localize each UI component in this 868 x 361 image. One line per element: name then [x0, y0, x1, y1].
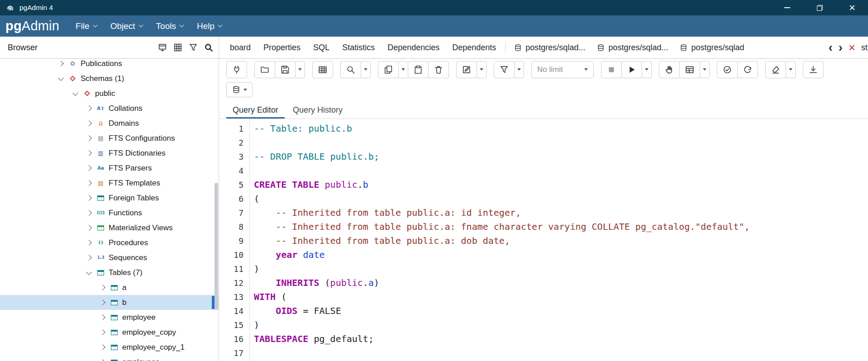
chevron-right-icon[interactable]: [86, 150, 92, 156]
sql-editor[interactable]: 1234567891011121314151617 -- Table: publ…: [219, 119, 868, 361]
tree-item-functions[interactable]: {()}Functions: [0, 205, 219, 220]
chevron-down-icon[interactable]: [58, 75, 64, 81]
close-button[interactable]: ×: [847, 3, 857, 13]
rollback-button[interactable]: [737, 61, 758, 78]
tree-scrollbar[interactable]: [215, 183, 218, 310]
view-data-dropdown-button[interactable]: [700, 61, 710, 78]
find-dropdown-button[interactable]: [361, 61, 371, 78]
filter-dropdown-button[interactable]: [514, 61, 524, 78]
tree-item-procedures[interactable]: {}Procedures: [0, 235, 219, 250]
server-button[interactable]: [158, 43, 167, 52]
tab-board[interactable]: board: [224, 43, 257, 52]
clear-button[interactable]: [765, 61, 786, 78]
chevron-right-icon[interactable]: [100, 285, 105, 290]
chevron-down-icon[interactable]: [72, 90, 78, 96]
stop-button[interactable]: [601, 61, 622, 78]
tree-item-employee-copy[interactable]: employee_copy: [0, 325, 219, 340]
connection-selector-button[interactable]: [226, 82, 253, 97]
menu-help[interactable]: Help: [197, 21, 222, 31]
tree-item-b[interactable]: b: [0, 295, 219, 310]
tree-item-fts-templates[interactable]: ▧FTS Templates: [0, 176, 219, 190]
chevron-right-icon[interactable]: [86, 255, 92, 261]
commit-button[interactable]: [717, 61, 738, 78]
filter-button[interactable]: [494, 61, 515, 78]
chevron-right-icon[interactable]: [100, 299, 105, 305]
edit-button[interactable]: [456, 61, 477, 78]
restore-button[interactable]: [815, 3, 825, 13]
database-icon: [597, 44, 605, 52]
execute-dropdown-button[interactable]: [642, 61, 652, 78]
tree-item-materialized-views[interactable]: Materialized Views: [0, 220, 219, 235]
chevron-right-icon[interactable]: [86, 180, 92, 186]
chevron-down-icon[interactable]: [86, 269, 92, 275]
download-button[interactable]: [803, 61, 824, 78]
chevron-right-icon[interactable]: [86, 165, 92, 171]
chevron-right-icon[interactable]: [100, 329, 105, 335]
minimize-button[interactable]: [782, 3, 792, 13]
chevron-right-icon[interactable]: [86, 105, 92, 111]
search-button[interactable]: [204, 43, 213, 52]
tree-item-fts-dictionaries[interactable]: ▥FTS Dictionaries: [0, 146, 219, 161]
find-button[interactable]: [340, 61, 361, 78]
edit-grid-button[interactable]: [312, 61, 333, 78]
tree-item-tables-7[interactable]: Tables (7): [0, 265, 219, 280]
grid-button[interactable]: [173, 43, 182, 52]
tab-dependents[interactable]: Dependents: [446, 43, 502, 52]
open-file-button[interactable]: [254, 61, 275, 78]
tree-item-a[interactable]: a: [0, 280, 219, 295]
code-area[interactable]: -- Table: public.b-- DROP TABLE public.b…: [250, 119, 868, 361]
chevron-right-icon[interactable]: [86, 195, 92, 201]
tree-item-label: FTS Templates: [109, 179, 160, 188]
chevron-right-icon[interactable]: [86, 225, 92, 231]
tab-statistics[interactable]: Statistics: [336, 43, 381, 52]
save-dropdown-button[interactable]: [295, 61, 305, 78]
tree-item-employees[interactable]: employees: [0, 355, 219, 361]
tab-close-button[interactable]: ×: [849, 42, 855, 53]
paste-button[interactable]: [408, 61, 429, 78]
menu-file[interactable]: File: [76, 21, 97, 31]
tree-item-collations[interactable]: A↕Collations: [0, 101, 219, 116]
chevron-right-icon[interactable]: [58, 61, 64, 66]
copy-button[interactable]: [378, 61, 399, 78]
tree-item-domains[interactable]: ⌂Domains: [0, 116, 219, 131]
filter-button[interactable]: [189, 43, 198, 52]
menu-object[interactable]: Object: [110, 21, 143, 31]
tree-item-fts-parsers[interactable]: AaFTS Parsers: [0, 161, 219, 176]
tab-sql[interactable]: SQL: [307, 43, 336, 52]
copy-dropdown-button[interactable]: [398, 61, 408, 78]
tree-item-publications[interactable]: Publications: [0, 59, 219, 71]
clear-dropdown-button[interactable]: [786, 61, 796, 78]
tab-query-history[interactable]: Query History: [286, 101, 349, 119]
tab-properties[interactable]: Properties: [257, 43, 307, 52]
tree-item-schemas-1[interactable]: Schemas (1): [0, 71, 219, 86]
chevron-right-icon[interactable]: [86, 210, 92, 216]
tree-item-sequences[interactable]: 1..3Sequences: [0, 250, 219, 265]
tree-item-public[interactable]: public: [0, 86, 219, 101]
tree-item-employee-copy-1[interactable]: employee_copy_1: [0, 340, 219, 355]
tree-item-fts-configurations[interactable]: ▤FTS Configurations: [0, 131, 219, 146]
chevron-right-icon[interactable]: [100, 344, 105, 350]
tab-querytool-1[interactable]: postgres/sqlad...: [508, 43, 591, 52]
chevron-right-icon[interactable]: [86, 240, 92, 246]
tab-scroll-right-button[interactable]: ›: [839, 42, 843, 54]
tab-scroll-left-button[interactable]: ‹: [829, 42, 833, 54]
chevron-right-icon[interactable]: [86, 120, 92, 126]
row-limit-select[interactable]: No limit: [531, 61, 594, 78]
edit-dropdown-button[interactable]: [477, 61, 486, 78]
chevron-right-icon[interactable]: [86, 135, 92, 141]
view-data-button[interactable]: [679, 61, 700, 78]
chevron-right-icon[interactable]: [100, 359, 105, 361]
pan-button[interactable]: [659, 61, 680, 78]
tab-querytool-3[interactable]: postgres/sqlad: [674, 43, 750, 52]
tab-query-editor[interactable]: Query Editor: [226, 101, 285, 119]
menu-tools[interactable]: Tools: [156, 21, 183, 31]
tree-item-foreign-tables[interactable]: Foreign Tables: [0, 190, 219, 205]
chevron-right-icon[interactable]: [100, 314, 105, 320]
connection-button[interactable]: [226, 61, 247, 78]
delete-button[interactable]: [428, 61, 449, 78]
tab-dependencies[interactable]: Dependencies: [381, 43, 446, 52]
tab-querytool-2[interactable]: postgres/sqlad...: [591, 43, 674, 52]
tree-item-employee[interactable]: employee: [0, 310, 219, 325]
execute-button[interactable]: [621, 61, 642, 78]
save-button[interactable]: [275, 61, 296, 78]
